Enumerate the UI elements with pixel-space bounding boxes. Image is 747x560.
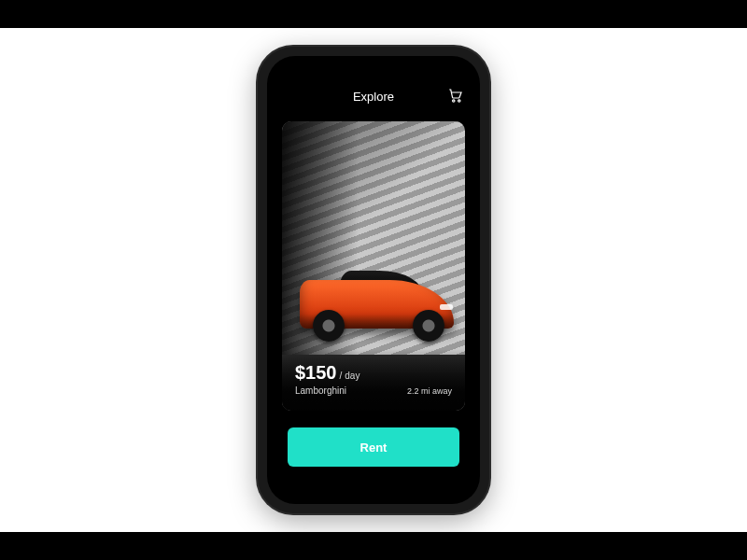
device-notch (317, 56, 430, 77)
svg-point-1 (458, 99, 460, 101)
price-row: $150 / day (295, 362, 452, 384)
price-unit: day (345, 371, 359, 381)
vehicle-card[interactable]: $150 / day Lamborghini 2.2 mi away (282, 121, 465, 411)
price-value: $150 (295, 362, 337, 384)
cart-icon (447, 87, 464, 106)
app-screen: Explore (267, 56, 480, 504)
svg-point-0 (453, 99, 455, 101)
car-illustration (289, 263, 458, 338)
car-wheel-front (413, 310, 444, 342)
page-title: Explore (353, 90, 394, 104)
card-info-overlay: $150 / day Lamborghini 2.2 mi away (282, 349, 465, 411)
cart-button[interactable] (446, 87, 465, 105)
letterbox-bottom (0, 532, 747, 560)
name-distance-row: Lamborghini 2.2 mi away (295, 385, 452, 396)
distance-label: 2.2 mi away (407, 386, 452, 396)
app-header: Explore (267, 82, 480, 110)
phone-frame: Explore (258, 47, 489, 513)
car-name: Lamborghini (295, 385, 346, 396)
car-headlight (440, 304, 453, 310)
rent-button[interactable]: Rent (288, 427, 459, 467)
letterbox-top (0, 0, 747, 28)
price-separator: / (340, 371, 343, 381)
car-wheel-rear (313, 310, 345, 342)
